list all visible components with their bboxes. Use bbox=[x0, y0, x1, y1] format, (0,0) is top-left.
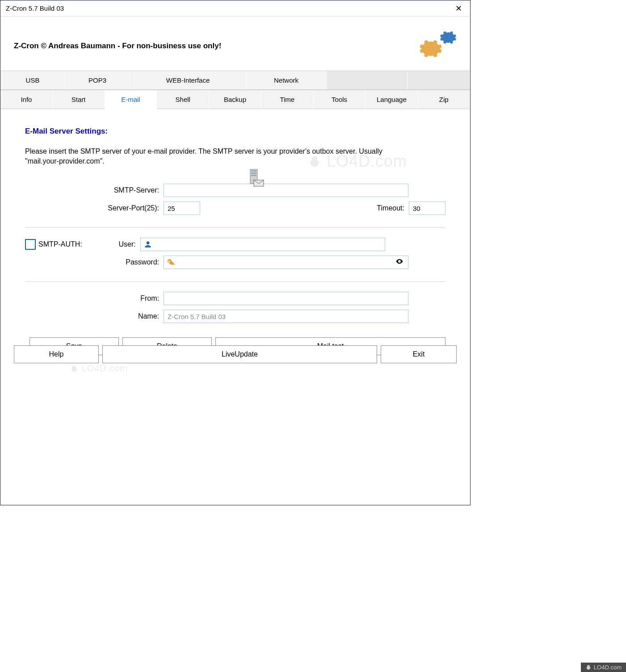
user-label: User: bbox=[100, 240, 140, 248]
tab-zip[interactable]: Zip bbox=[418, 90, 470, 109]
window-title: Z-Cron 5.7 Build 03 bbox=[6, 4, 64, 12]
name-label: Name: bbox=[25, 312, 164, 320]
gears-logo-icon bbox=[416, 29, 457, 63]
svg-rect-1 bbox=[251, 170, 256, 172]
tab-email[interactable]: E-mail bbox=[105, 90, 157, 109]
liveupdate-button[interactable]: LiveUpdate bbox=[102, 345, 377, 363]
from-input[interactable] bbox=[164, 292, 408, 305]
tab-blank-1 bbox=[327, 71, 408, 90]
smtp-auth-label: SMTP-AUTH: bbox=[38, 240, 82, 248]
tab-language[interactable]: Language bbox=[366, 90, 418, 109]
separator bbox=[25, 227, 445, 228]
tab-pop3[interactable]: POP3 bbox=[65, 71, 130, 90]
password-label: Password: bbox=[114, 258, 164, 266]
smtp-auth-checkbox[interactable] bbox=[25, 239, 36, 250]
svg-rect-2 bbox=[251, 172, 256, 174]
footer-bar: LO4D.com bbox=[581, 663, 626, 672]
eye-icon[interactable] bbox=[395, 257, 403, 267]
separator-2 bbox=[25, 281, 445, 282]
tab-time[interactable]: Time bbox=[261, 90, 314, 109]
tab-tools[interactable]: Tools bbox=[314, 90, 366, 109]
password-input-wrap bbox=[164, 256, 408, 269]
tab-usb[interactable]: USB bbox=[0, 71, 65, 90]
smtp-server-label: SMTP-Server: bbox=[25, 186, 164, 194]
key-icon bbox=[167, 257, 176, 267]
user-icon bbox=[143, 240, 152, 249]
smtp-server-input[interactable] bbox=[164, 184, 408, 197]
user-input[interactable] bbox=[152, 239, 382, 250]
footer-text: LO4D.com bbox=[594, 664, 622, 671]
footer-icon bbox=[585, 664, 592, 671]
svg-rect-3 bbox=[251, 175, 256, 176]
server-mail-icon bbox=[244, 168, 266, 192]
help-button[interactable]: Help bbox=[14, 345, 99, 363]
header-text: Z-Cron © Andreas Baumann - For non-busin… bbox=[14, 42, 221, 50]
settings-heading: E-Mail Server Settings: bbox=[25, 127, 445, 136]
titlebar: Z-Cron 5.7 Build 03 ✕ bbox=[0, 0, 470, 17]
tab-web-interface[interactable]: WEB-Interface bbox=[130, 71, 246, 90]
server-port-input[interactable] bbox=[164, 202, 200, 215]
tab-info[interactable]: Info bbox=[0, 90, 53, 109]
tab-backup[interactable]: Backup bbox=[209, 90, 261, 109]
tab-start[interactable]: Start bbox=[53, 90, 105, 109]
tab-shell[interactable]: Shell bbox=[157, 90, 209, 109]
watermark-2: LO4D.com bbox=[70, 363, 128, 374]
close-icon[interactable]: ✕ bbox=[453, 3, 465, 14]
watermark: LO4D.com bbox=[307, 152, 407, 171]
password-input[interactable] bbox=[176, 257, 405, 268]
exit-button[interactable]: Exit bbox=[381, 345, 457, 363]
tab-network[interactable]: Network bbox=[246, 71, 327, 90]
from-label: From: bbox=[25, 294, 164, 302]
tab-blank-2 bbox=[408, 71, 470, 90]
user-input-wrap bbox=[140, 238, 385, 251]
timeout-input[interactable] bbox=[409, 202, 445, 215]
name-input[interactable] bbox=[164, 310, 408, 323]
server-port-label: Server-Port(25): bbox=[25, 204, 164, 212]
timeout-label: Timeout: bbox=[377, 204, 404, 212]
